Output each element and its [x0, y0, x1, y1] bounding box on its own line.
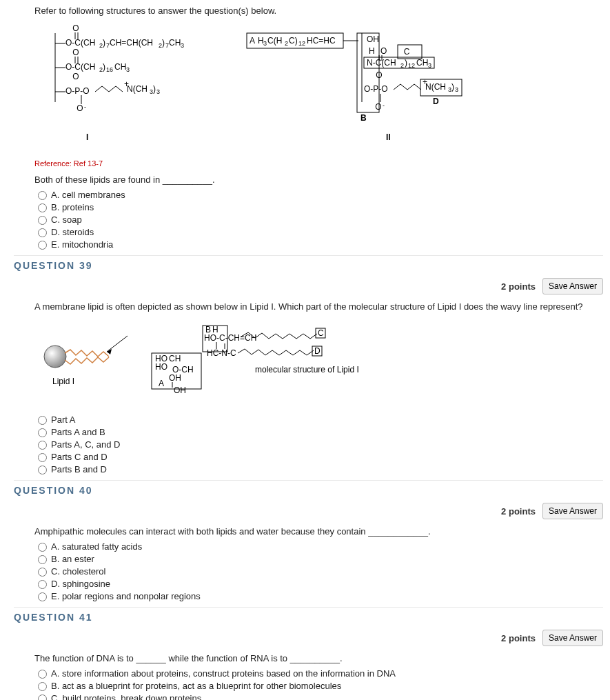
q39-radio-e[interactable] [38, 466, 47, 474]
q39-points: 2 points [501, 281, 536, 292]
svg-text:): ) [451, 82, 454, 92]
q40-options: A. saturated fatty acids B. an ester C. … [14, 541, 603, 601]
svg-text:-: - [84, 103, 86, 110]
q39-opt-b[interactable]: Parts A and B [34, 426, 603, 437]
svg-line-78 [107, 336, 128, 352]
q40-points-row: 2 points Save Answer [14, 503, 603, 519]
q38-radio-b[interactable] [38, 203, 47, 212]
svg-text:12: 12 [298, 40, 305, 47]
q40-save-button[interactable]: Save Answer [542, 503, 603, 519]
q39-label-c: Parts A, C, and D [51, 439, 120, 450]
q39-label-b: Parts A and B [51, 427, 105, 437]
svg-point-77 [44, 346, 66, 368]
svg-text:O: O [72, 23, 79, 33]
q39-radio-b[interactable] [38, 428, 47, 437]
q40-radio-c[interactable] [38, 568, 47, 577]
q41-radio-a[interactable] [38, 670, 47, 679]
svg-text:2: 2 [285, 40, 288, 47]
q39-label-e: Parts B and D [51, 464, 107, 474]
q41-opt-a[interactable]: A. store information about proteins, con… [34, 668, 603, 679]
q39-opt-a[interactable]: Part A [34, 414, 603, 425]
q39-radio-a[interactable] [38, 416, 47, 425]
svg-text:C: C [404, 47, 410, 57]
q38-label-e: E. mitochondria [51, 239, 113, 250]
svg-text:D: D [433, 97, 439, 106]
q39-label-a: Part A [51, 414, 75, 425]
svg-text:CH: CH [416, 58, 428, 68]
svg-text:3: 3 [455, 86, 458, 93]
svg-text:HC-N-C: HC-N-C [207, 348, 236, 358]
q39-radio-d[interactable] [38, 453, 47, 462]
q40-label-b: B. an ester [51, 554, 94, 564]
svg-text:): ) [103, 62, 105, 72]
q39-options: Part A Parts A and B Parts A, C, and D P… [14, 414, 603, 474]
q41-save-button[interactable]: Save Answer [542, 630, 603, 646]
svg-text:+: + [124, 79, 129, 89]
q40-label-e: E. polar regions and nonpolar regions [51, 591, 201, 601]
q39-radio-c[interactable] [38, 441, 47, 450]
svg-text:O-P-O: O-P-O [65, 86, 90, 96]
svg-text:O-C(CH: O-C(CH [65, 38, 95, 48]
q39-opt-e[interactable]: Parts B and D [34, 463, 603, 474]
q38-radio-d[interactable] [38, 228, 47, 237]
svg-text:): ) [162, 38, 165, 48]
svg-text:C): C) [289, 36, 298, 46]
q40-radio-e[interactable] [38, 592, 47, 601]
svg-text:Lipid I: Lipid I [52, 377, 74, 386]
q40-radio-b[interactable] [38, 555, 47, 564]
q41-label-b: B. act as a blueprint for proteins, act … [51, 681, 341, 691]
svg-text:O: O [380, 46, 387, 56]
q39-save-button[interactable]: Save Answer [542, 278, 603, 294]
svg-text:-: - [383, 102, 385, 109]
svg-text:HO-C-CH=CH: HO-C-CH=CH [204, 333, 256, 343]
q39-points-row: 2 points Save Answer [14, 278, 603, 294]
svg-text:HC=HC: HC=HC [307, 36, 336, 46]
svg-text:molecular structure of Lipid I: molecular structure of Lipid I [255, 365, 359, 374]
q38-opt-d[interactable]: D. steroids [34, 226, 603, 237]
q40-label-a: A. saturated fatty acids [51, 541, 142, 552]
svg-text:I: I [86, 132, 88, 142]
q41-opt-b[interactable]: B. act as a blueprint for proteins, act … [34, 680, 603, 691]
q38-opt-a[interactable]: A. cell membranes [34, 189, 603, 200]
q38-text: Both of these lipids are found in ______… [14, 174, 603, 185]
q40-opt-b[interactable]: B. an ester [34, 553, 603, 564]
q38-options: A. cell membranes B. proteins C. soap D.… [14, 189, 603, 250]
q41-points: 2 points [501, 633, 536, 643]
q39-opt-d[interactable]: Parts C and D [34, 451, 603, 462]
intro-text: Refer to following structures to answer … [14, 6, 603, 16]
q38-radio-c[interactable] [38, 216, 47, 225]
svg-text:O: O [72, 72, 79, 81]
svg-text:O: O [375, 102, 381, 112]
svg-text:O-C(CH: O-C(CH [65, 62, 95, 72]
q38-radio-a[interactable] [38, 191, 47, 200]
q39-opt-c[interactable]: Parts A, C, and D [34, 439, 603, 450]
q38-radio-e[interactable] [38, 241, 47, 250]
q38-opt-b[interactable]: B. proteins [34, 201, 603, 212]
q38-opt-e[interactable]: E. mitochondria [34, 239, 603, 250]
q41-radio-b[interactable] [38, 682, 47, 691]
q41-opt-c[interactable]: C. build proteins, break down proteins [34, 692, 603, 700]
q40-opt-a[interactable]: A. saturated fatty acids [34, 541, 603, 552]
svg-rect-53 [398, 45, 422, 59]
q38-label-d: D. steroids [51, 227, 94, 237]
q39-text: A membrane lipid is often depicted as sh… [14, 301, 603, 312]
svg-text:): ) [103, 38, 105, 48]
svg-text:+: + [423, 77, 427, 87]
svg-text:OH: OH [174, 386, 186, 395]
q38-opt-c[interactable]: C. soap [34, 214, 603, 225]
q40-opt-e[interactable]: E. polar regions and nonpolar regions [34, 590, 603, 601]
structures-figure: O O O O-C(CH2 )7 CH=CH(CH2 )7 CH3 O-C(CH… [14, 23, 603, 147]
q40-text: Amphipathic molecules can interact with … [14, 526, 603, 537]
svg-text:16: 16 [106, 66, 113, 73]
q40-opt-d[interactable]: D. sphingosine [34, 578, 603, 589]
q40-radio-d[interactable] [38, 580, 47, 589]
svg-text:CH: CH [169, 38, 181, 48]
q40-radio-a[interactable] [38, 543, 47, 552]
svg-text:N(CH: N(CH [425, 82, 446, 92]
svg-text:A: A [250, 36, 255, 46]
svg-text:CH=CH(CH: CH=CH(CH [110, 38, 153, 48]
svg-text:B: B [360, 113, 367, 123]
q41-radio-c[interactable] [38, 694, 47, 700]
q40-opt-c[interactable]: C. cholesterol [34, 566, 603, 577]
svg-text:OH: OH [367, 34, 379, 44]
